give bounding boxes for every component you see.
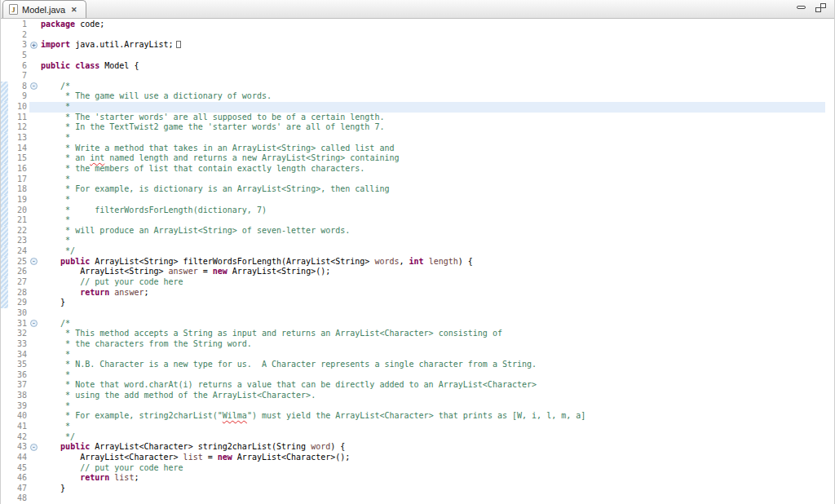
code-line[interactable]: 42 */	[1, 432, 825, 443]
tab-model-java[interactable]: J Model.java ✕	[2, 0, 86, 18]
code-line[interactable]: 3+import java.util.ArrayList;	[1, 40, 825, 51]
code-line[interactable]: 8- /*	[1, 82, 825, 92]
fold-expand-icon[interactable]: +	[30, 42, 38, 49]
code-line[interactable]: 7	[1, 71, 825, 82]
code-line[interactable]: 43- public ArrayList<Character> string2c…	[1, 442, 825, 453]
code-line[interactable]: 14 * Write a method that takes in an Arr…	[1, 144, 825, 154]
range-indicator	[1, 360, 8, 370]
line-number: 39	[8, 401, 29, 412]
code-line[interactable]: 45 // put your code here	[1, 463, 825, 474]
fold-column	[29, 308, 41, 319]
restore-icon[interactable]	[815, 3, 826, 12]
code-line[interactable]: 26 ArrayList<String> answer = new ArrayL…	[1, 267, 825, 277]
range-indicator	[1, 308, 8, 319]
code-line[interactable]: 17 *	[1, 175, 825, 185]
code-line[interactable]: 39 *	[1, 401, 825, 412]
code-segment: * This method accepts a String as input …	[41, 329, 502, 338]
fold-collapse-icon[interactable]: -	[30, 82, 38, 90]
code-line[interactable]: 11 * The 'starter words' are all suppose…	[1, 113, 825, 123]
range-indicator	[1, 329, 8, 339]
code-line[interactable]: 27 // put your code here	[1, 277, 825, 288]
code-line[interactable]: 2	[1, 30, 825, 41]
line-number: 24	[8, 246, 29, 257]
range-indicator	[1, 493, 8, 504]
code-segment: import	[41, 40, 70, 49]
code-line[interactable]: 1package code;	[1, 20, 825, 30]
fold-column	[29, 432, 41, 443]
code-line[interactable]: 33 * the characters from the String word…	[1, 339, 825, 350]
code-line[interactable]: 12 * In the TextTwist2 game the 'starter…	[1, 122, 825, 133]
code-line[interactable]: 19 *	[1, 195, 825, 206]
fold-column	[29, 288, 41, 298]
fold-column	[29, 277, 41, 288]
code-line[interactable]: 32 * This method accepts a String as inp…	[1, 329, 825, 339]
code-line[interactable]: 40 * For example, string2charList("Wilma…	[1, 411, 825, 422]
fold-collapse-icon[interactable]: -	[30, 258, 38, 265]
code-segment: * the members of list that contain exact…	[41, 164, 364, 173]
code-line[interactable]: 24 */	[1, 246, 825, 257]
fold-column	[29, 329, 41, 339]
fold-collapse-icon[interactable]: -	[30, 320, 38, 327]
code-line[interactable]: 29 }	[1, 298, 825, 308]
code-line[interactable]: 23 *	[1, 236, 825, 246]
range-indicator	[1, 61, 8, 72]
code-line[interactable]: 15 * an int named length and returns a n…	[1, 153, 825, 164]
code-line[interactable]: 31- /*	[1, 319, 825, 329]
line-number: 14	[8, 144, 29, 154]
code-line[interactable]: 34 *	[1, 350, 825, 360]
code-text: *	[41, 102, 825, 113]
code-line[interactable]: 25- public ArrayList<String> filterWords…	[1, 257, 825, 267]
code-line[interactable]: 28 return answer;	[1, 288, 825, 298]
code-text: ArrayList<Character> list = new ArrayLis…	[41, 453, 825, 463]
code-segment: *	[41, 102, 70, 111]
line-number: 29	[8, 298, 29, 308]
code-line[interactable]: 6public class Model {	[1, 61, 825, 72]
code-segment: *	[41, 370, 70, 379]
minimize-icon[interactable]	[797, 3, 807, 12]
code-line[interactable]: 48	[1, 493, 825, 504]
fold-column	[29, 422, 41, 432]
code-editor[interactable]: 1package code;23+import java.util.ArrayL…	[1, 19, 834, 504]
code-line[interactable]: 30	[1, 308, 825, 319]
code-line[interactable]: 47 }	[1, 484, 825, 494]
close-icon[interactable]: ✕	[69, 6, 78, 14]
code-line[interactable]: 13 *	[1, 133, 825, 144]
code-text: package code;	[41, 20, 825, 30]
code-segment: ;	[144, 288, 148, 297]
range-indicator	[1, 267, 8, 277]
code-line[interactable]: 16 * the members of list that contain ex…	[1, 164, 825, 175]
code-line[interactable]: 37 * Note that word.charAt(i) returns a …	[1, 380, 825, 391]
code-line[interactable]: 10 *	[1, 102, 825, 113]
fold-collapse-icon[interactable]: -	[30, 444, 38, 451]
code-line[interactable]: 35 * N.B. Character is a new type for us…	[1, 360, 825, 370]
fold-column	[29, 401, 41, 412]
code-segment: =	[203, 453, 218, 462]
line-number: 23	[8, 236, 29, 246]
code-segment: * will produce an ArrayList<String> of s…	[41, 226, 350, 235]
fold-column	[29, 267, 41, 277]
code-segment: * N.B. Character is a new type for us. A…	[41, 360, 537, 369]
fold-column	[29, 411, 41, 422]
code-line[interactable]: 9 * The game will use a dictionary of wo…	[1, 91, 825, 102]
line-number: 34	[8, 350, 29, 360]
code-segment: * Write a method that takes in an ArrayL…	[41, 144, 394, 153]
range-indicator	[1, 122, 8, 133]
code-line[interactable]: 18 * For example, is dictionary is an Ar…	[1, 184, 825, 195]
fold-column	[29, 113, 41, 123]
line-number: 43	[8, 442, 29, 453]
code-line[interactable]: 5	[1, 51, 825, 61]
code-line[interactable]: 22 * will produce an ArrayList<String> o…	[1, 226, 825, 237]
range-indicator	[1, 82, 8, 92]
code-line[interactable]: 46 return list;	[1, 473, 825, 484]
code-line[interactable]: 41 *	[1, 422, 825, 432]
line-number: 32	[8, 329, 29, 339]
code-line[interactable]: 36 *	[1, 370, 825, 381]
code-line[interactable]: 44 ArrayList<Character> list = new Array…	[1, 453, 825, 463]
code-line[interactable]: 20 * filterWordsForLength(dictionary, 7)	[1, 206, 825, 216]
collapsed-region-icon[interactable]	[176, 41, 181, 48]
code-line[interactable]: 38 * using the add method of the ArrayLi…	[1, 391, 825, 401]
code-segment: =	[198, 267, 213, 276]
code-line[interactable]: 21 *	[1, 215, 825, 226]
code-segment: * using the add method of the ArrayList<…	[41, 391, 316, 400]
range-indicator	[1, 370, 8, 381]
